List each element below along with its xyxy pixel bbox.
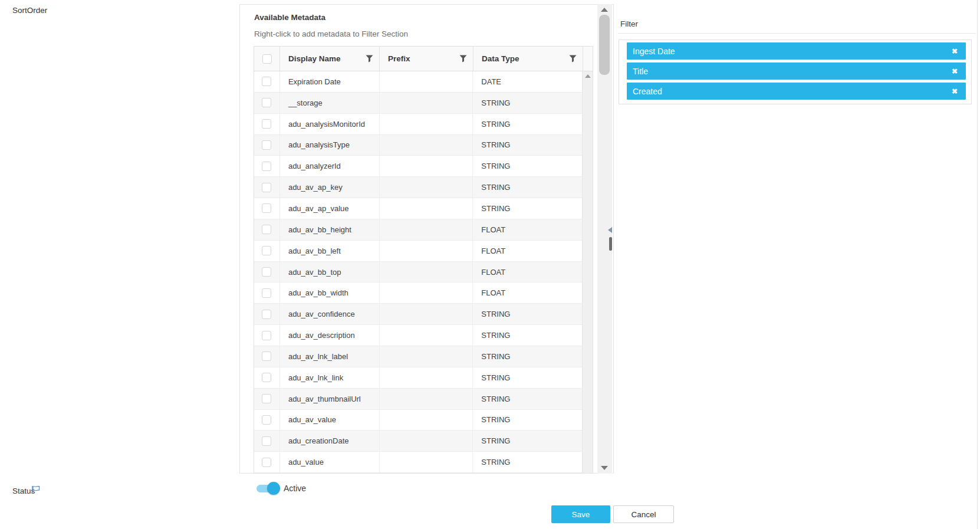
table-row[interactable]: adu_creationDateSTRING [254, 431, 582, 452]
row-checkbox[interactable] [262, 331, 271, 340]
remove-chip-icon[interactable]: ✖ [952, 48, 958, 55]
column-header-display-name[interactable]: Display Name [279, 47, 379, 71]
table-row[interactable]: adu_av_descriptionSTRING [254, 325, 582, 346]
row-checkbox[interactable] [262, 394, 271, 403]
data-type-cell: STRING [472, 431, 582, 451]
display-name-cell: adu_av_lnk_label [279, 346, 379, 367]
display-name-cell: adu_analysisMonitorId [279, 114, 379, 134]
table-row[interactable]: adu_av_valueSTRING [254, 410, 582, 431]
data-type-cell: FLOAT [472, 262, 582, 282]
column-header-data-type[interactable]: Data Type [473, 47, 583, 71]
column-header-label: Prefix [388, 54, 410, 63]
row-checkbox[interactable] [262, 203, 271, 213]
data-type-cell: FLOAT [472, 241, 582, 261]
data-type-cell: STRING [472, 198, 582, 219]
toggle-knob[interactable] [267, 482, 280, 495]
display-name-cell: adu_av_ap_value [279, 198, 379, 219]
table-row[interactable]: adu_av_bb_heightFLOAT [254, 219, 582, 241]
table-row[interactable]: __storageSTRING [254, 93, 582, 114]
row-checkbox[interactable] [262, 98, 271, 107]
table-row[interactable]: Expiration DateDATE [254, 71, 582, 93]
data-type-cell: STRING [472, 156, 582, 176]
table-row[interactable]: adu_av_bb_widthFLOAT [254, 282, 582, 304]
data-type-cell: STRING [472, 367, 582, 388]
filter-icon[interactable] [459, 55, 467, 63]
display-name-cell: adu_av_value [279, 410, 379, 431]
row-checkbox-cell [254, 177, 279, 198]
data-type-cell: STRING [472, 304, 582, 324]
row-checkbox[interactable] [262, 77, 271, 86]
row-checkbox[interactable] [262, 351, 271, 361]
grid-header-row: Display Name Prefix Data Type [254, 47, 593, 71]
table-row[interactable]: adu_analysisMonitorIdSTRING [254, 114, 582, 135]
table-row[interactable]: adu_av_lnk_labelSTRING [254, 346, 582, 367]
filter-icon[interactable] [569, 55, 577, 63]
row-checkbox[interactable] [262, 436, 271, 446]
display-name-cell: adu_av_confidence [279, 304, 379, 324]
row-checkbox-cell [254, 431, 279, 451]
row-checkbox[interactable] [262, 458, 271, 467]
table-row[interactable]: adu_av_ap_keySTRING [254, 177, 582, 198]
row-checkbox[interactable] [262, 162, 271, 171]
column-header-prefix[interactable]: Prefix [379, 47, 473, 71]
data-type-cell: STRING [472, 325, 582, 346]
column-header-label: Display Name [288, 54, 341, 63]
filter-chip-label: Created [633, 87, 662, 96]
header-spacer-cell [583, 47, 593, 71]
row-checkbox[interactable] [262, 225, 271, 234]
row-checkbox-cell [254, 325, 279, 346]
table-row[interactable]: adu_av_bb_topFLOAT [254, 262, 582, 283]
row-checkbox-cell [254, 198, 279, 219]
row-checkbox[interactable] [262, 415, 271, 425]
row-checkbox[interactable] [262, 288, 271, 298]
row-checkbox[interactable] [262, 140, 271, 150]
active-toggle[interactable] [256, 485, 279, 492]
filter-chip[interactable]: Ingest Date✖ [627, 42, 966, 60]
data-type-cell: FLOAT [472, 219, 582, 240]
row-checkbox[interactable] [262, 373, 271, 382]
data-type-cell: FLOAT [472, 282, 582, 303]
row-checkbox-cell [254, 241, 279, 261]
prefix-cell [379, 93, 473, 113]
prefix-cell [379, 325, 473, 346]
remove-chip-icon[interactable]: ✖ [952, 88, 958, 95]
data-type-cell: STRING [472, 177, 582, 198]
filter-icon[interactable] [366, 55, 373, 63]
prefix-cell [379, 156, 473, 176]
collapse-panel-icon[interactable] [608, 227, 612, 233]
row-checkbox[interactable] [262, 246, 271, 255]
table-row[interactable]: adu_av_thumbnailUrlSTRING [254, 389, 582, 410]
row-checkbox[interactable] [262, 267, 271, 277]
prefix-cell [379, 389, 473, 409]
scrollbar-thumb[interactable] [599, 15, 610, 75]
table-row[interactable]: adu_analyzerIdSTRING [254, 156, 582, 177]
scroll-up-icon[interactable] [585, 74, 591, 78]
row-checkbox[interactable] [262, 183, 271, 192]
table-row[interactable]: adu_av_confidenceSTRING [254, 304, 582, 325]
splitter-handle[interactable] [609, 237, 612, 251]
filter-chip[interactable]: Title✖ [627, 63, 966, 80]
panel-title: Available Metadata [254, 13, 325, 22]
flag-icon [31, 485, 41, 494]
table-row[interactable]: adu_analysisTypeSTRING [254, 135, 582, 156]
row-checkbox-cell [254, 452, 279, 472]
display-name-cell: adu_av_ap_key [279, 177, 379, 198]
filter-chip-label: Ingest Date [633, 47, 675, 56]
filter-chip-container: Ingest Date✖Title✖Created✖ [619, 40, 972, 104]
table-row[interactable]: adu_av_ap_valueSTRING [254, 198, 582, 219]
table-row[interactable]: adu_valueSTRING [254, 452, 582, 473]
save-button[interactable]: Save [551, 505, 610, 523]
row-checkbox[interactable] [262, 310, 271, 319]
remove-chip-icon[interactable]: ✖ [952, 68, 958, 75]
select-all-checkbox[interactable] [262, 54, 272, 64]
grid-vertical-scrollbar[interactable] [582, 71, 593, 473]
panel-hint-text: Right-click to add metadata to Filter Se… [254, 29, 408, 38]
table-row[interactable]: adu_av_bb_leftFLOAT [254, 241, 582, 262]
scroll-up-icon[interactable] [601, 8, 608, 12]
cancel-button[interactable]: Cancel [613, 505, 674, 523]
display-name-cell: adu_av_description [279, 325, 379, 346]
row-checkbox[interactable] [262, 119, 271, 129]
table-row[interactable]: adu_av_lnk_linkSTRING [254, 367, 582, 389]
scroll-down-icon[interactable] [601, 466, 608, 470]
filter-chip[interactable]: Created✖ [627, 83, 966, 100]
